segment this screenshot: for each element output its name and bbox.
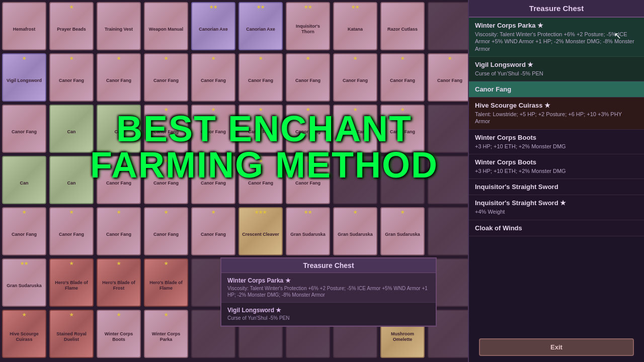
exit-button[interactable]: Exit — [479, 338, 634, 356]
grid-item[interactable]: ★Prayer Beads — [49, 2, 94, 50]
grid-item[interactable]: ★Gran Sudaruska — [333, 207, 377, 255]
grid-item[interactable]: ★Winter Corps Parka — [144, 310, 188, 358]
item-stars: ★ — [259, 158, 263, 163]
grid-item[interactable]: Canor Fang — [2, 105, 46, 153]
right-panel-item[interactable]: Inquisitor's Straight Sword ★+4% Weight — [469, 195, 644, 220]
grid-item[interactable]: ★★Inquisitor's Thorn — [286, 2, 330, 50]
grid-item[interactable]: ★★Katana — [333, 2, 377, 50]
grid-item[interactable]: ★Canor Fang — [191, 156, 235, 204]
item-label: Can — [20, 180, 28, 186]
grid-item[interactable]: ★Gran Sudaruska — [380, 207, 425, 255]
right-panel-item[interactable]: Winter Corps Boots+3 HP; +10 ETH; +2% Mo… — [469, 154, 644, 179]
grid-item[interactable]: ★Canor Fang — [144, 105, 188, 153]
right-item-name: Winter Corps Boots — [475, 134, 638, 141]
grid-item[interactable]: Hemafrost — [2, 2, 46, 50]
grid-item[interactable]: ★★Canorian Axe — [191, 2, 235, 50]
grid-item[interactable]: Razor Cutlass — [380, 2, 425, 50]
grid-item[interactable]: ★Hero's Blade of Flame — [49, 258, 94, 307]
item-stars: ★ — [400, 107, 405, 112]
right-panel-items: Winter Corps Parka ★Viscosity: Talent Wi… — [469, 18, 644, 338]
grid-item[interactable]: ★Canor Fang — [380, 105, 425, 153]
grid-item[interactable] — [428, 2, 468, 50]
grid-item[interactable]: ★Canor Fang — [286, 156, 330, 204]
item-label: Canor Fang — [106, 78, 131, 83]
grid-item[interactable]: Can — [2, 156, 46, 204]
right-panel-item[interactable]: Winter Corps Parka ★Viscosity: Talent Wi… — [469, 18, 644, 57]
item-stars: ★ — [164, 107, 168, 112]
grid-item[interactable]: ★Canor Fang — [238, 53, 283, 102]
grid-item[interactable]: ★Canor Fang — [286, 105, 330, 153]
item-label: Gran Sudaruska — [338, 232, 373, 237]
grid-item[interactable]: ★Canor Fang — [333, 53, 377, 102]
grid-item[interactable]: ★★Gran Sudaruska — [286, 207, 330, 255]
grid-item[interactable]: ★Canor Fang — [380, 53, 425, 102]
grid-item[interactable]: ★Canor Fang — [191, 53, 235, 102]
item-label: Canor Fang — [106, 232, 131, 237]
grid-item[interactable]: ★Canor Fang — [144, 53, 188, 102]
grid-item[interactable]: ★Canor Fang — [144, 156, 188, 204]
chest-popup-item-name: Vigil Longsword ★ — [227, 307, 430, 314]
grid-item[interactable]: ★Winter Corps Boots — [97, 310, 141, 358]
item-label: Hemafrost — [13, 27, 36, 32]
chest-popup-items: Winter Corps Parka ★Viscosity: Talent Wi… — [221, 273, 436, 326]
grid-item[interactable]: ★Canor Fang — [144, 207, 188, 255]
grid-item[interactable]: ★★★Crescent Cleaver — [238, 207, 283, 255]
grid-item[interactable]: ★★Gran Sudaruska — [2, 258, 46, 307]
right-panel-item[interactable]: Winter Corps Boots+3 HP; +10 ETH; +2% Mo… — [469, 130, 644, 154]
item-stars: ★ — [69, 56, 73, 61]
grid-item[interactable]: ★Canor Fang — [238, 105, 283, 153]
grid-item[interactable]: ★Canor Fang — [49, 207, 94, 255]
item-label: Gran Sudaruska — [290, 232, 326, 237]
item-label: Canor Fang — [295, 129, 320, 135]
item-label: Vigil Longsword — [7, 78, 42, 83]
grid-item[interactable]: ★Hive Scourge Cuirass — [2, 310, 46, 358]
right-panel-item[interactable]: Hive Scourge Cuirass ★Talent: Lowstride;… — [469, 98, 644, 130]
right-panel-item[interactable]: Canor Fang — [469, 81, 644, 98]
item-stars: ★ — [117, 56, 121, 61]
item-label: Crescent Cleaver — [242, 232, 279, 237]
grid-item[interactable]: ★★Canorian Axe — [238, 2, 283, 50]
grid-item[interactable] — [428, 207, 468, 255]
grid-item[interactable] — [428, 156, 468, 204]
grid-item[interactable]: Can — [49, 156, 94, 204]
item-label: Canor Fang — [12, 129, 37, 135]
right-item-name: Vigil Longsword ★ — [475, 61, 638, 68]
grid-item[interactable]: ★Hero's Blade of Frost — [97, 258, 141, 307]
grid-item[interactable]: Can — [49, 105, 94, 153]
right-panel-item[interactable]: Vigil Longsword ★Curse of Yun'Shul -5% P… — [469, 57, 644, 81]
grid-item[interactable]: ★Stained Royal Duelist — [49, 310, 94, 358]
item-stars: ★ — [22, 56, 26, 61]
grid-item[interactable] — [380, 156, 425, 204]
right-item-name: Inquisitor's Straight Sword — [475, 183, 638, 191]
grid-item[interactable]: ★Canor Fang — [333, 105, 377, 153]
right-panel: Treasure Chest Winter Corps Parka ★Visco… — [468, 0, 644, 362]
grid-item[interactable]: Can — [97, 105, 141, 153]
grid-item[interactable]: ★Canor Fang — [191, 207, 235, 255]
grid-item[interactable]: ★Vigil Longsword — [2, 53, 46, 102]
item-stars: ★★ — [257, 5, 265, 10]
right-panel-item[interactable]: Inquisitor's Straight Sword — [469, 179, 644, 195]
grid-item[interactable] — [333, 156, 377, 204]
item-label: Can — [114, 129, 123, 135]
right-item-name: Winter Corps Boots — [475, 158, 638, 166]
right-item-desc: Viscosity: Talent Winter's Protection +6… — [475, 31, 638, 52]
item-stars: ★★ — [304, 210, 312, 215]
grid-item[interactable]: Weapon Manual — [144, 2, 188, 50]
grid-item[interactable]: ★Canor Fang — [191, 105, 235, 153]
grid-item[interactable]: ★Canor Fang — [97, 207, 141, 255]
grid-item[interactable]: ★Canor Fang — [97, 156, 141, 204]
chest-popup-item[interactable]: Vigil Longsword ★Curse of Yun'Shul -5% P… — [221, 303, 436, 326]
grid-item[interactable]: ★Canor Fang — [97, 53, 141, 102]
chest-popup-item[interactable]: Winter Corps Parka ★Viscosity: Talent Wi… — [221, 273, 436, 303]
grid-item[interactable]: Training Vest — [97, 2, 141, 50]
grid-item[interactable]: ★Canor Fang — [49, 53, 94, 102]
item-label: Canor Fang — [295, 180, 320, 186]
grid-item[interactable]: ★Canor Fang — [2, 207, 46, 255]
grid-item[interactable]: ★Canor Fang — [286, 53, 330, 102]
grid-item[interactable]: ★Canor Fang — [428, 53, 468, 102]
grid-item[interactable]: ★Hero's Blade of Flame — [144, 258, 188, 307]
item-label: Canor Fang — [153, 78, 179, 83]
grid-item[interactable]: ★Canor Fang — [238, 156, 283, 204]
grid-item[interactable] — [428, 105, 468, 153]
right-panel-item[interactable]: Cloak of Winds — [469, 220, 644, 236]
